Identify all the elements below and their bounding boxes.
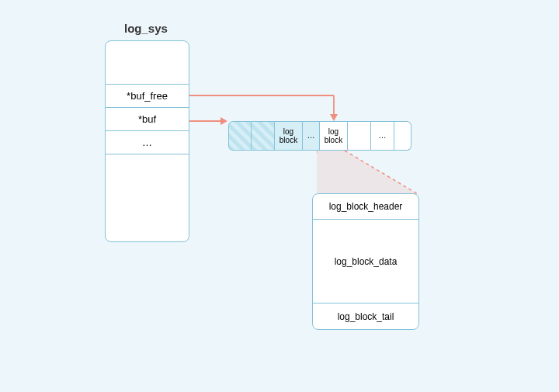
log-sys-struct: *buf_free *buf … (105, 40, 189, 242)
buffer-cell-ellipsis-white: … (371, 121, 394, 151)
detail-header: log_block_header (313, 194, 418, 220)
field-ellipsis: … (106, 131, 189, 154)
svg-line-7 (345, 151, 418, 194)
struct-gap-bottom (106, 154, 189, 241)
buffer-cell-used (228, 121, 252, 151)
detail-data: log_block_data (313, 220, 418, 304)
buffer-cell-empty (394, 121, 411, 151)
field-buf: *buf (106, 108, 189, 131)
log-block-detail: log_block_header log_block_data log_bloc… (312, 193, 419, 330)
field-buf-free: *buf_free (106, 85, 189, 108)
struct-title: log_sys (124, 22, 168, 35)
log-buffer: log block … log block … (228, 121, 411, 151)
svg-marker-2 (330, 114, 338, 121)
zoom-connector (317, 151, 418, 194)
buffer-cell-ellipsis: … (303, 121, 320, 151)
svg-marker-5 (317, 151, 418, 194)
struct-gap-top (106, 41, 189, 85)
svg-marker-4 (220, 117, 227, 125)
buffer-cell-log-block-focus: log block (320, 121, 348, 151)
buffer-cell-used (252, 121, 275, 151)
buffer-cell-log-block: log block (275, 121, 303, 151)
arrow-buf (189, 115, 230, 127)
buffer-cell-empty (348, 121, 371, 151)
detail-tail: log_block_tail (313, 304, 418, 329)
